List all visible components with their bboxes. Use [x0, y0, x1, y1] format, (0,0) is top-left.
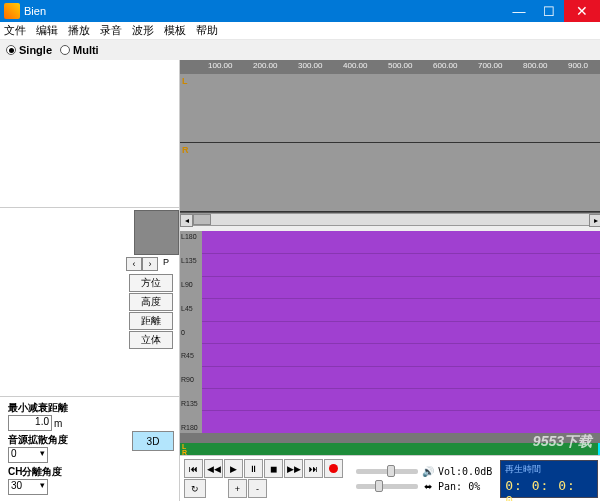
time-ruler-bottom[interactable]	[180, 433, 600, 443]
min-decay-unit: m	[54, 418, 62, 429]
volume-label: Vol:0.0dB	[438, 466, 492, 477]
main-area: ‹ › P 方位 高度 距離 立体 最小减衰距離 1.0 m 音源拡散角度 0	[0, 60, 600, 501]
playtime-title: 再生時間	[505, 463, 593, 476]
rewind-button[interactable]: ◀◀	[204, 459, 223, 478]
menu-bar: 文件 编辑 播放 录音 波形 模板 帮助	[0, 22, 600, 40]
ruler-tick: 400.00	[343, 61, 367, 70]
spatial-axis: L180L135L90L450R45R90R135R180	[180, 231, 202, 433]
lr-meter: L R	[180, 443, 600, 455]
next-page-button[interactable]: ›	[142, 257, 158, 271]
menu-template[interactable]: 模板	[164, 23, 186, 38]
spatial-tick: L45	[181, 305, 201, 312]
spatial-tick: L180	[181, 233, 201, 240]
ruler-tick: 900.0	[568, 61, 588, 70]
settings-panel: 最小减衰距離 1.0 m 音源拡散角度 0 3D CH分離角度 30	[0, 396, 179, 501]
pan-slider[interactable]	[356, 484, 418, 489]
time-ruler[interactable]: 100.00200.00300.00400.00500.00600.00700.…	[180, 60, 600, 74]
spatial-tick: R180	[181, 424, 201, 431]
spatial-tick: L135	[181, 257, 201, 264]
ruler-tick: 800.00	[523, 61, 547, 70]
spatial-tick: 0	[181, 329, 201, 336]
left-panel: ‹ › P 方位 高度 距離 立体 最小减衰距離 1.0 m 音源拡散角度 0	[0, 60, 180, 501]
window-title: Bien	[24, 5, 504, 17]
playtime-display: 再生時間 0: 0: 0: 0	[500, 460, 598, 498]
forward-button[interactable]: ▶▶	[284, 459, 303, 478]
record-button[interactable]	[324, 459, 343, 478]
menu-edit[interactable]: 编辑	[36, 23, 58, 38]
menu-play[interactable]: 播放	[68, 23, 90, 38]
ruler-tick: 500.00	[388, 61, 412, 70]
tab-distance[interactable]: 距離	[129, 312, 173, 330]
radio-dot-icon	[60, 45, 70, 55]
mode-bar: Single Multi	[0, 40, 600, 60]
page-label: P	[158, 257, 174, 271]
ruler-tick: 300.00	[298, 61, 322, 70]
radio-multi[interactable]: Multi	[60, 44, 99, 56]
right-panel: 100.00200.00300.00400.00500.00600.00700.…	[180, 60, 600, 501]
waveform-display[interactable]: L R	[180, 74, 600, 213]
maximize-button[interactable]: ☐	[534, 0, 564, 22]
spatial-tick: R45	[181, 352, 201, 359]
pan-label: Pan: 0%	[438, 481, 480, 492]
stop-button[interactable]: ◼	[264, 459, 283, 478]
slider-group: 🔊 Vol:0.0dB ⬌ Pan: 0%	[356, 466, 492, 492]
file-list[interactable]	[0, 60, 179, 207]
scroll-thumb[interactable]	[193, 214, 211, 225]
tab-stereo[interactable]: 立体	[129, 331, 173, 349]
transport-buttons: ⏮ ◀◀ ▶ ⏸ ◼ ▶▶ ⏭	[184, 459, 348, 478]
transport-bar: ⏮ ◀◀ ▶ ⏸ ◼ ▶▶ ⏭ ↻ + -	[180, 455, 600, 501]
ruler-tick: 600.00	[433, 61, 457, 70]
spatial-tick: L90	[181, 281, 201, 288]
menu-help[interactable]: 帮助	[196, 23, 218, 38]
skip-end-button[interactable]: ⏭	[304, 459, 323, 478]
radio-single[interactable]: Single	[6, 44, 52, 56]
menu-waveform[interactable]: 波形	[132, 23, 154, 38]
menu-file[interactable]: 文件	[4, 23, 26, 38]
app-icon	[4, 3, 20, 19]
playtime-value: 0: 0: 0: 0	[505, 478, 593, 502]
ruler-tick: 100.00	[208, 61, 232, 70]
spread-select[interactable]: 0	[8, 447, 48, 463]
separation-select[interactable]: 30	[8, 479, 48, 495]
channel-right-label: R	[182, 145, 189, 155]
prev-page-button[interactable]: ‹	[126, 257, 142, 271]
skip-start-button[interactable]: ⏮	[184, 459, 203, 478]
ruler-tick: 200.00	[253, 61, 277, 70]
ruler-tick: 700.00	[478, 61, 502, 70]
close-button[interactable]: ✕	[564, 0, 600, 22]
separation-label: CH分離角度	[8, 465, 171, 479]
spatial-tick: R135	[181, 400, 201, 407]
title-bar: Bien — ☐ ✕	[0, 0, 600, 22]
play-button[interactable]: ▶	[224, 459, 243, 478]
tab-azimuth[interactable]: 方位	[129, 274, 173, 292]
repeat-button[interactable]: ↻	[184, 479, 206, 498]
page-nav: ‹ › P	[126, 257, 179, 271]
menu-record[interactable]: 录音	[100, 23, 122, 38]
parameter-tabs: 方位 高度 距離 立体	[0, 271, 179, 352]
radio-dot-icon	[6, 45, 16, 55]
zoom-out-button[interactable]: -	[248, 479, 267, 498]
scroll-right-icon[interactable]: ▸	[589, 214, 600, 227]
waveform-scrollbar[interactable]: ◂ ▸	[180, 213, 600, 226]
volume-slider[interactable]	[356, 469, 418, 474]
min-decay-label: 最小减衰距離	[8, 401, 171, 415]
tab-elevation[interactable]: 高度	[129, 293, 173, 311]
preview-thumbnail	[134, 210, 179, 255]
pan-icon: ⬌	[422, 481, 434, 492]
spatial-tick: R90	[181, 376, 201, 383]
min-decay-input[interactable]: 1.0	[8, 415, 52, 431]
pause-button[interactable]: ⏸	[244, 459, 263, 478]
zoom-in-button[interactable]: +	[228, 479, 247, 498]
spatial-canvas[interactable]	[202, 231, 600, 433]
btn-3d[interactable]: 3D	[132, 431, 174, 451]
volume-icon: 🔊	[422, 466, 434, 477]
scroll-left-icon[interactable]: ◂	[180, 214, 193, 227]
spatial-display: L180L135L90L450R45R90R135R180	[180, 231, 600, 433]
channel-left-label: L	[182, 76, 188, 86]
meter-r-label: R	[182, 449, 187, 456]
minimize-button[interactable]: —	[504, 0, 534, 22]
